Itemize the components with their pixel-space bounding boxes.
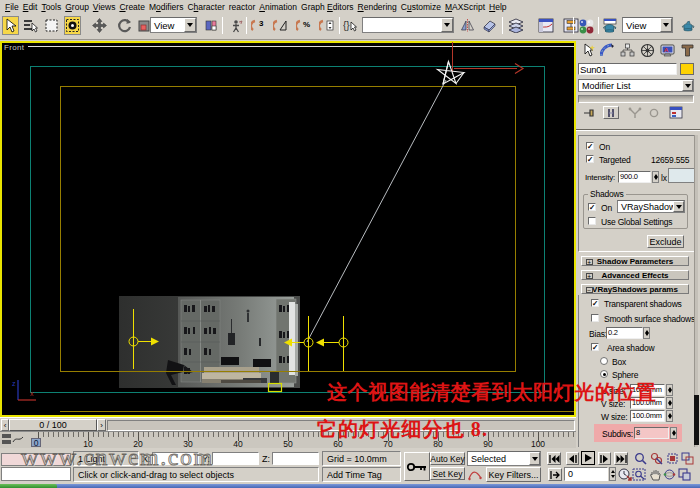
- light-on-checkbox[interactable]: ✓: [586, 142, 594, 150]
- light-helper-right[interactable]: [316, 316, 348, 371]
- intensity-field[interactable]: 900.0: [618, 171, 651, 183]
- wsize-field[interactable]: 100.0mm: [630, 410, 665, 422]
- area-shadow-checkbox[interactable]: ✓: [591, 343, 599, 351]
- exclude-button[interactable]: Exclude: [647, 235, 684, 248]
- default-tangent-icon[interactable]: [468, 468, 482, 481]
- shadow-type-dropdown-button[interactable]: [673, 201, 684, 212]
- menu-edit[interactable]: Edit: [21, 2, 40, 12]
- subdivs-spinner[interactable]: [670, 427, 677, 439]
- arc-rotate-button[interactable]: [663, 468, 676, 481]
- mirror-button[interactable]: [459, 16, 476, 35]
- select-rotate-button[interactable]: [116, 16, 133, 35]
- layer-manager-button[interactable]: [507, 16, 524, 35]
- rectangular-selection-button[interactable]: [43, 16, 60, 35]
- tab-motion[interactable]: [638, 42, 657, 58]
- selected-filter-combo[interactable]: Selected: [467, 451, 541, 466]
- rollout-advanced-effects[interactable]: +Advanced Effects: [581, 270, 689, 280]
- time-config-button[interactable]: [618, 467, 632, 481]
- angle-snap-button[interactable]: [272, 16, 289, 35]
- select-manipulate-button[interactable]: [227, 16, 244, 35]
- smooth-shadows-checkbox[interactable]: [591, 314, 599, 322]
- z-field[interactable]: [272, 452, 319, 465]
- material-editor-button[interactable]: [577, 16, 594, 35]
- select-by-name-button[interactable]: [22, 16, 39, 35]
- time-slider-thumb[interactable]: 0 / 100: [9, 419, 97, 431]
- zoom-extents-button[interactable]: [666, 452, 679, 465]
- remove-modifier-icon[interactable]: [649, 108, 659, 118]
- viewport-label[interactable]: Front: [4, 43, 24, 52]
- previous-frame-button[interactable]: [566, 452, 579, 465]
- menu-create[interactable]: Create: [117, 2, 147, 12]
- object-name-field[interactable]: Sun01: [578, 63, 677, 75]
- transparent-shadows-checkbox[interactable]: ✓: [591, 299, 599, 307]
- box-radio[interactable]: [600, 357, 608, 365]
- next-frame-button[interactable]: [598, 452, 611, 465]
- menu-maxscript[interactable]: MAXScript: [443, 2, 487, 12]
- set-key-button[interactable]: Set Key: [430, 467, 465, 480]
- menu-modifiers[interactable]: Modifiers: [147, 2, 186, 12]
- light-color-swatch[interactable]: [668, 168, 695, 183]
- object-color-swatch[interactable]: [680, 63, 694, 75]
- configure-modifier-sets-icon[interactable]: [669, 106, 683, 119]
- bias-field[interactable]: 0.2: [606, 327, 643, 339]
- menu-character[interactable]: Character: [185, 2, 226, 12]
- time-slider-right-button[interactable]: ›: [97, 419, 106, 431]
- rollout-vrayshadows-params[interactable]: −VRayShadows params: [581, 284, 689, 294]
- use-pivot-center-button[interactable]: [202, 16, 219, 35]
- zoom-extents-all-button[interactable]: [681, 452, 694, 465]
- key-mode-button[interactable]: [548, 468, 562, 481]
- usize-spinner[interactable]: [666, 384, 673, 396]
- panel-scrollbar-thumb[interactable]: [694, 395, 699, 445]
- percent-snap-button[interactable]: %: [295, 16, 312, 35]
- sphere-radio[interactable]: [600, 370, 608, 378]
- play-button[interactable]: [581, 451, 595, 465]
- render-type-combo[interactable]: View: [622, 17, 673, 33]
- tab-display[interactable]: A: [658, 42, 677, 58]
- key-filters-button[interactable]: Key Filters...: [486, 467, 541, 482]
- time-tag-display[interactable]: Add Time Tag: [322, 467, 401, 482]
- reference-coordinate-dropdown-button[interactable]: [184, 18, 196, 32]
- start-button[interactable]: [0, 484, 57, 488]
- go-to-start-button[interactable]: [547, 452, 561, 465]
- rollout-shadow-parameters[interactable]: +Shadow Parameters: [581, 256, 689, 266]
- render-type-dropdown-button[interactable]: [660, 18, 672, 32]
- modifier-list-combo[interactable]: Modifier List: [578, 79, 694, 92]
- shadow-on-checkbox[interactable]: ✓: [588, 203, 596, 211]
- sun-light-icon[interactable]: [438, 62, 465, 85]
- subdivs-field[interactable]: 8: [634, 427, 669, 439]
- menu-views[interactable]: Views: [91, 2, 118, 12]
- edit-named-selections-button[interactable]: {}: [342, 16, 359, 35]
- auto-key-button[interactable]: Auto Key: [430, 452, 465, 465]
- tab-modify[interactable]: [598, 42, 617, 58]
- show-end-result-button[interactable]: [603, 106, 619, 119]
- min-max-toggle-button[interactable]: [678, 468, 691, 481]
- snap-toggle-button[interactable]: 3: [250, 16, 267, 35]
- menu-tools[interactable]: Tools: [39, 2, 63, 12]
- pan-button[interactable]: [649, 468, 662, 481]
- menu-group[interactable]: Group: [63, 2, 91, 12]
- intensity-spinner[interactable]: [652, 171, 659, 183]
- select-object-button[interactable]: [2, 16, 19, 35]
- targeted-checkbox[interactable]: ✓: [586, 155, 594, 163]
- vsize-spinner[interactable]: [666, 397, 673, 409]
- zoom-all-button[interactable]: [650, 452, 663, 465]
- pin-stack-icon[interactable]: [582, 107, 596, 119]
- tab-utilities[interactable]: [678, 42, 697, 58]
- reference-coordinate-combo[interactable]: View: [150, 17, 197, 33]
- time-slider-left-button[interactable]: ‹: [1, 419, 9, 431]
- menu-customize[interactable]: Customize: [399, 2, 443, 12]
- selection-lock-button[interactable]: [404, 452, 430, 481]
- menu-reactor[interactable]: reactor: [227, 2, 257, 12]
- shadow-type-combo[interactable]: VRayShadow: [617, 200, 685, 213]
- menu-help[interactable]: Help: [487, 2, 508, 12]
- zoom-button[interactable]: [634, 452, 647, 465]
- region-zoom-button[interactable]: [632, 468, 646, 481]
- spinner-snap-button[interactable]: [318, 16, 335, 35]
- tab-create[interactable]: [578, 42, 597, 58]
- wsize-spinner[interactable]: [666, 410, 673, 422]
- menu-file[interactable]: File: [3, 2, 21, 12]
- curve-editor-button[interactable]: [537, 16, 554, 35]
- bias-spinner[interactable]: [643, 327, 650, 339]
- tab-hierarchy[interactable]: [618, 42, 637, 58]
- menu-animation[interactable]: Animation: [257, 2, 299, 12]
